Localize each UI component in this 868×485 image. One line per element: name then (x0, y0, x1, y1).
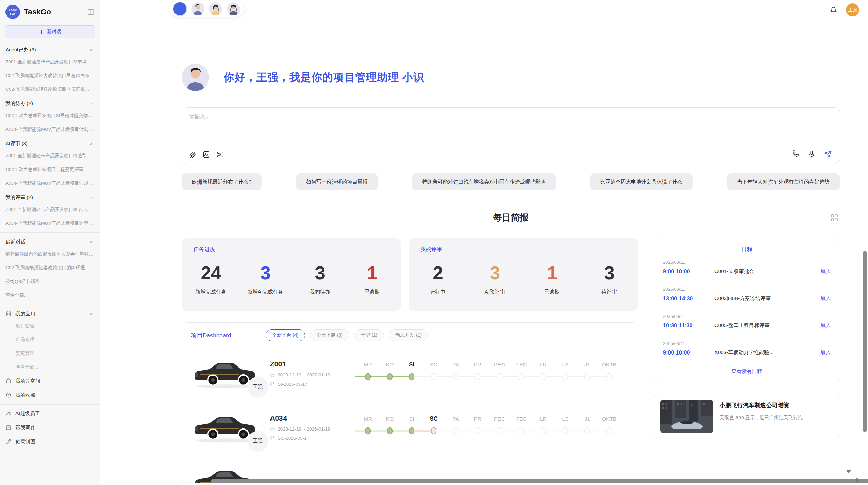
dashboard-tab[interactable]: 动总开发 (1) (389, 329, 428, 341)
sidebar-link-favorites[interactable]: 我的收藏 (0, 388, 100, 402)
join-meeting-link[interactable]: 加入 (820, 268, 831, 275)
sidebar-task-item[interactable]: A034-全新新能源MUV产品开发项目法规符合性评审 (0, 176, 100, 190)
chevron-up-icon[interactable] (89, 240, 94, 245)
ai-staff-icon (5, 411, 11, 416)
svg-text:PA: PA (452, 416, 459, 422)
dashboard-tab[interactable]: 全新上装 (3) (310, 329, 349, 341)
message-composer (182, 107, 840, 164)
chevron-up-icon[interactable] (89, 48, 94, 52)
sidebar-task-item[interactable]: Z001-全新燃油轻卡产品开发项目SI节点属性5D文件评审 (0, 203, 100, 216)
app-title: TaskGo (24, 8, 87, 16)
horizontal-scrollbar-thumb[interactable] (211, 479, 868, 483)
stat-item: 1已逾期 (357, 262, 387, 295)
app-menu-item[interactable]: 查看全部... (0, 360, 100, 374)
sidebar-task-item[interactable]: C0X4-动力总成开发项目SI里程碑提交物检查 (0, 109, 100, 123)
image-icon[interactable] (203, 151, 210, 158)
suggestion-chips: 欧洲新规最近颁布了什么?如何写一份清晰的项目周报特朗普可能对进口汽车增税会对中国… (182, 173, 840, 190)
my-apps-header[interactable]: 我的应用 (0, 307, 100, 319)
suggestion-chip[interactable]: 当下年轻人对汽车外观有怎样的喜好趋势 (727, 173, 840, 190)
stat-value: 2 (422, 262, 453, 284)
microphone-icon[interactable] (808, 150, 816, 158)
stat-item: 3新增AI完成任务 (248, 262, 283, 295)
attachment-icon[interactable] (189, 151, 196, 158)
recent-conversation-item[interactable]: 解释最新出台的欧盟报废车法规再生塑料比例被调至15%... (0, 247, 100, 261)
new-chat-button[interactable]: 新对话 (5, 25, 95, 38)
app-logo: Task Go (5, 5, 20, 19)
view-all-schedule-link[interactable]: 查看所有日程 (663, 363, 831, 377)
project-code: Z001 (270, 360, 355, 368)
recent-conversation-item[interactable]: 查看全部... (0, 288, 100, 302)
suggestion-chip[interactable]: 比亚迪全固态电池计划具体说了什么 (590, 173, 693, 190)
news-card[interactable]: 小鹏飞行汽车制造公司增资 天眼查 App 显示，近日广州汇天飞行汽... (654, 394, 840, 439)
stat-value: 3 (594, 262, 625, 284)
sidebar-task-item[interactable]: Z001-全新燃油轻卡产品开发项目SI造型提交物评审 (0, 149, 100, 163)
join-meeting-link[interactable]: 加入 (820, 349, 831, 356)
sidebar-task-item[interactable]: C0X4-动力总成开发项目工程变更评审 (0, 163, 100, 176)
svg-text:LR: LR (540, 362, 547, 368)
sidebar-task-item[interactable]: A034-全新新能源MUV产品开发项目造型可行性评审 (0, 216, 100, 230)
sidebar-tool-drawing[interactable]: 创意制图 (0, 435, 100, 449)
stat-item: 3AI预评审 (480, 262, 510, 295)
vertical-scrollbar-thumb[interactable] (863, 251, 867, 432)
sidebar-task-item[interactable]: A034-全新新能源MUV产品开发项目计划变更表编写 (0, 123, 100, 136)
dashboard-tab[interactable]: 全新平台 (4) (266, 329, 305, 341)
sidebar-collapse-icon[interactable] (87, 8, 95, 16)
sidebar-section-header[interactable]: AI评审 (3) (0, 136, 100, 149)
suggestion-chip[interactable]: 如何写一份清晰的项目周报 (296, 173, 378, 190)
divider (0, 232, 100, 233)
project-date-range: 2023-12-19 ~ 2026-01-19 (278, 426, 330, 432)
screenshot-scissors-icon[interactable] (216, 151, 224, 158)
section-title: 最近对话 (5, 239, 25, 245)
recent-conversation-item[interactable]: 公司Q3轻卡销量 (0, 275, 100, 288)
join-meeting-link[interactable]: 加入 (820, 295, 831, 302)
layout-grid-icon[interactable] (830, 214, 839, 223)
sidebar-section-header[interactable]: Agent已办 (3) (0, 42, 100, 55)
event-date: 2025/03/11 (663, 260, 831, 265)
app-menu-item[interactable]: 产品管理 (0, 333, 100, 347)
app-menu-item[interactable]: 变更管理 (0, 347, 100, 360)
section-title: AI评审 (3) (5, 140, 27, 147)
chevron-up-icon[interactable] (89, 141, 94, 146)
chat-input[interactable] (189, 113, 737, 137)
scroll-right-arrow[interactable] (856, 477, 860, 483)
chevron-up-icon[interactable] (89, 195, 94, 200)
app-menu-item[interactable]: 项目管理 (0, 319, 100, 333)
sidebar-task-item[interactable]: Z001-全新燃油皮卡产品开发项目SI节点Lesson Learn报告 (0, 55, 100, 69)
recent-conversation-item[interactable]: C02-飞腾新能源轻客改款项目的闭环通告反馈情况 (0, 261, 100, 275)
sidebar-section-header[interactable]: 我的待办 (2) (0, 96, 100, 109)
user-avatar[interactable]: 王强 (846, 3, 859, 16)
chevron-up-icon[interactable] (89, 101, 94, 106)
svg-text:FEC: FEC (516, 416, 527, 422)
clock-icon (270, 372, 275, 377)
send-icon[interactable] (824, 150, 832, 158)
project-row[interactable]: 王强Z0012023-12-19 ~ 2027-01-19SI-2025-05-… (191, 351, 629, 395)
suggestion-chip[interactable]: 特朗普可能对进口汽车增税会对中国车企造成哪些影响 (412, 173, 556, 190)
project-rows: 王强Z0012023-12-19 ~ 2027-01-19SI-2025-05-… (191, 351, 629, 483)
stat-label: 已逾期 (357, 289, 387, 295)
dashboard-tab[interactable]: 年型 (2) (354, 329, 384, 341)
sidebar-task-item[interactable]: C02-飞腾新能源轻客改款项目立项汇报方案 (0, 83, 100, 96)
sidebar-section-header[interactable]: 我的评审 (2) (0, 190, 100, 203)
voice-call-icon[interactable] (792, 150, 800, 158)
sidebar-tool-writing[interactable]: 帮我写作 (0, 421, 100, 435)
sidebar-section-header[interactable]: 最近对话 (0, 235, 100, 247)
suggestion-chip[interactable]: 欧洲新规最近颁布了什么? (182, 173, 262, 190)
sidebar-tool-label: 帮我写作 (15, 424, 35, 431)
my-review-card: 我的评审 2进行中3AI预评审1已逾期3待评审 (409, 238, 638, 311)
cloud-space-icon (5, 378, 11, 384)
svg-text:MR: MR (364, 362, 372, 368)
sidebar-tool-ai-staff[interactable]: AI超级员工 (0, 407, 100, 421)
svg-text:PEC: PEC (494, 416, 505, 422)
divider (0, 404, 100, 405)
join-meeting-link[interactable]: 加入 (820, 322, 831, 329)
sidebar-link-label: 我的收藏 (15, 392, 35, 398)
chevron-up-icon[interactable] (89, 312, 94, 316)
scroll-down-arrow[interactable] (846, 470, 852, 473)
svg-text:SC: SC (430, 362, 437, 368)
project-row[interactable]: 王强A0342023-12-19 ~ 2026-01-19SC-2025-05-… (191, 406, 629, 449)
event-title: X003-车辆动力学性能验... (714, 349, 820, 356)
briefing-left-column: 任务进度 24新增完成任务3新增AI完成任务3我的待办1已逾期 我的评审 2进行… (182, 238, 638, 483)
sidebar-link-cloud-space[interactable]: 我的云空间 (0, 374, 100, 388)
project-dashboard-card: 项目Dashboard 全新平台 (4)全新上装 (3)年型 (2)动总开发 (… (182, 322, 638, 483)
sidebar-task-item[interactable]: C02-飞腾新能源轻客改款项目里程碑画布 (0, 69, 100, 83)
